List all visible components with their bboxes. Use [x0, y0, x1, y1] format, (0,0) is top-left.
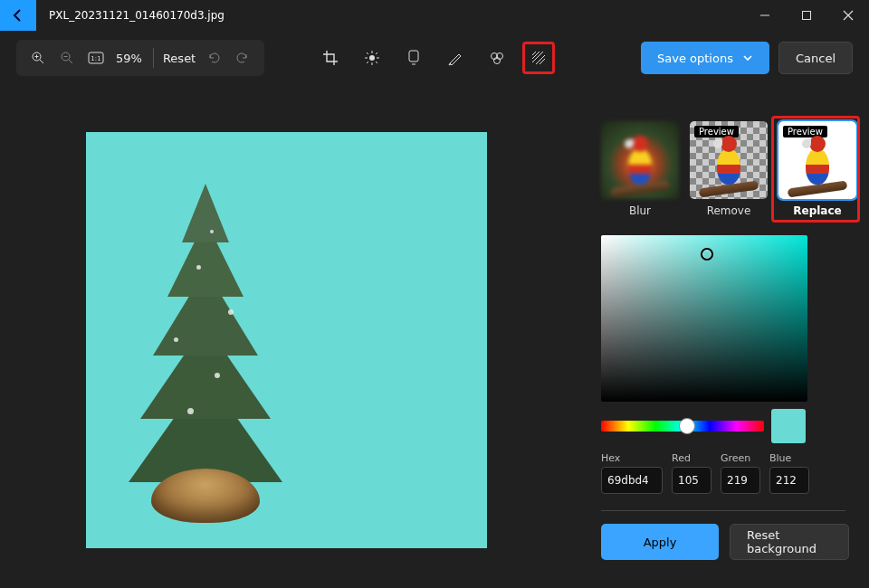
separator — [153, 48, 154, 68]
hex-input[interactable] — [601, 467, 663, 494]
svg-line-16 — [367, 52, 368, 54]
blue-input[interactable] — [769, 467, 809, 494]
apply-label: Apply — [644, 536, 677, 549]
window-controls — [744, 0, 869, 31]
red-input[interactable] — [672, 467, 711, 494]
color-saturation-picker[interactable] — [601, 235, 807, 402]
titlebar: PXL_20231121_01460170d3.jpg — [0, 0, 869, 31]
bg-option-label: Remove — [690, 204, 768, 217]
svg-line-7 — [69, 60, 72, 63]
svg-line-27 — [532, 52, 536, 55]
blue-label: Blue — [769, 452, 809, 464]
svg-line-18 — [376, 52, 377, 54]
hue-row — [601, 409, 849, 443]
divider — [601, 510, 845, 511]
adjust-icon[interactable] — [356, 42, 388, 74]
bg-thumb-replace: Preview — [778, 121, 856, 199]
cancel-button[interactable]: Cancel — [778, 42, 853, 74]
svg-point-11 — [369, 55, 375, 61]
main-area: Blur Preview Remove Preview Replace — [0, 89, 869, 588]
edit-tools — [314, 40, 555, 76]
current-color-swatch — [771, 409, 806, 443]
svg-line-26 — [532, 52, 540, 59]
panel-actions: Apply Reset background — [601, 524, 849, 560]
bg-option-label: Replace — [778, 204, 856, 217]
back-button[interactable] — [0, 0, 36, 31]
subject-image — [124, 161, 287, 523]
reset-view-button[interactable]: Reset — [163, 52, 196, 65]
retouch-icon[interactable] — [481, 42, 513, 74]
bg-thumb-blur — [601, 121, 679, 199]
maximize-button[interactable] — [786, 0, 827, 31]
hex-label: Hex — [601, 452, 663, 464]
svg-line-17 — [376, 62, 377, 63]
bg-option-replace[interactable]: Preview Replace — [778, 121, 856, 217]
reset-background-button[interactable]: Reset background — [730, 524, 849, 560]
zoom-in-icon[interactable] — [24, 43, 53, 72]
header-actions: Save options Cancel — [641, 42, 853, 74]
hue-slider[interactable] — [601, 421, 764, 432]
red-label: Red — [672, 452, 711, 464]
reset-bg-label: Reset background — [747, 528, 832, 555]
image-canvas[interactable] — [86, 132, 487, 548]
window-filename: PXL_20231121_01460170d3.jpg — [49, 9, 224, 22]
green-input[interactable] — [721, 467, 760, 494]
background-panel: Blur Preview Remove Preview Replace — [597, 89, 869, 588]
color-inputs: Hex Red Green Blue — [601, 452, 849, 494]
fit-icon[interactable]: 1:1 — [81, 43, 110, 72]
zoom-group: 1:1 59% Reset — [16, 40, 264, 76]
svg-rect-20 — [409, 51, 418, 62]
bg-option-label: Blur — [601, 204, 679, 217]
bg-option-remove[interactable]: Preview Remove — [690, 121, 768, 217]
filter-icon[interactable] — [397, 42, 430, 74]
zoom-out-icon[interactable] — [53, 43, 81, 72]
markup-icon[interactable] — [439, 42, 472, 74]
minimize-button[interactable] — [744, 0, 786, 31]
hue-thumb[interactable] — [679, 418, 695, 434]
chevron-down-icon — [742, 52, 753, 63]
picker-cursor[interactable] — [701, 248, 713, 261]
redo-icon[interactable] — [228, 43, 257, 72]
apply-button[interactable]: Apply — [601, 524, 719, 560]
svg-line-3 — [40, 60, 43, 63]
toolbar: 1:1 59% Reset Save op — [0, 31, 869, 85]
svg-rect-1 — [803, 12, 811, 20]
green-label: Green — [721, 452, 760, 464]
bg-option-thumbs: Blur Preview Remove Preview Replace — [597, 121, 849, 217]
close-button[interactable] — [827, 0, 869, 31]
zoom-percent: 59% — [116, 52, 142, 65]
crop-icon[interactable] — [314, 42, 347, 74]
background-tool-icon[interactable] — [522, 42, 555, 74]
undo-icon[interactable] — [199, 43, 228, 72]
svg-text:1:1: 1:1 — [91, 55, 100, 62]
bg-option-blur[interactable]: Blur — [601, 121, 679, 217]
cancel-label: Cancel — [796, 52, 836, 65]
canvas-wrap — [0, 89, 597, 588]
svg-line-19 — [367, 62, 368, 63]
save-options-label: Save options — [657, 52, 733, 65]
bg-thumb-remove: Preview — [690, 121, 768, 199]
save-options-button[interactable]: Save options — [641, 42, 769, 74]
